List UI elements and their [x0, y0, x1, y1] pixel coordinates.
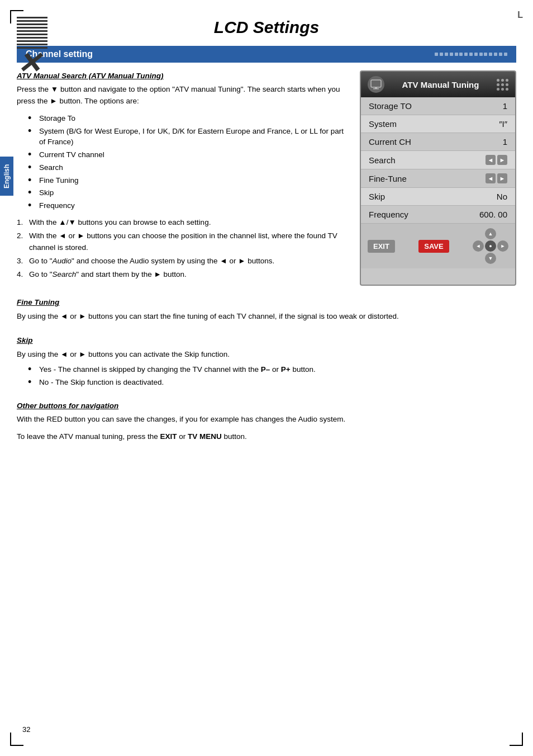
- fine-tuning-title: Fine Tuning: [17, 297, 516, 309]
- corner-mark-bl: [10, 733, 23, 746]
- nav-right-button[interactable]: ►: [497, 240, 508, 252]
- list-item: •Current TV channel: [28, 149, 349, 160]
- list-item: • Yes - The channel is skipped by changi…: [28, 364, 516, 375]
- panel-row-currentch: Current CH 1: [361, 133, 515, 151]
- text-section: ATV Manual Search (ATV Manual Tuning) Pr…: [17, 70, 349, 286]
- bullet-icon: •: [28, 175, 35, 186]
- bullet-icon: •: [28, 126, 35, 137]
- panel-header: ATV Manual Tuning: [361, 72, 515, 97]
- section-header: Channel setting: [17, 46, 516, 63]
- bullet-icon: •: [28, 364, 35, 375]
- numbered-list: 1. With the ▲/▼ buttons you can browse t…: [17, 217, 349, 280]
- list-item: •Skip: [28, 187, 349, 199]
- nav-up-button[interactable]: ▲: [485, 228, 496, 239]
- bullet-icon: •: [28, 187, 35, 199]
- panel-row-search: Search ◄ ►: [361, 151, 515, 169]
- corner-mark-br: [510, 733, 523, 746]
- panel-row-system: System ″I″: [361, 115, 515, 133]
- svg-rect-1: [375, 87, 377, 88]
- fine-tuning-section: Fine Tuning By using the ◄ or ► buttons …: [17, 297, 516, 323]
- panel-header-decoration: [497, 79, 508, 91]
- list-item: •Fine Tuning: [28, 175, 349, 186]
- ui-panel: ATV Manual Tuning Storage TO 1 System ″I…: [360, 70, 516, 286]
- save-button[interactable]: SAVE: [418, 240, 449, 253]
- finetune-left-arrow[interactable]: ◄: [486, 173, 496, 183]
- skip-title: Skip: [17, 335, 516, 347]
- list-item: 3. Go to "Audio" and choose the Audio sy…: [17, 256, 349, 267]
- panel-row-frequency: Frequency 600. 00: [361, 206, 515, 224]
- list-item: •Storage To: [28, 113, 349, 124]
- exit-button[interactable]: EXIT: [368, 240, 395, 253]
- corner-mark-tr: L: [517, 10, 523, 20]
- skip-section: Skip By using the ◄ or ► buttons you can…: [17, 335, 516, 388]
- panel-header-icon: [368, 76, 384, 93]
- svg-rect-0: [371, 80, 381, 87]
- list-item: •Search: [28, 162, 349, 173]
- search-right-arrow[interactable]: ►: [497, 155, 507, 165]
- panel-row-storage: Storage TO 1: [361, 97, 515, 115]
- intro-text: Press the ▼ button and navigate to the o…: [17, 84, 349, 107]
- bullet-icon: •: [28, 149, 35, 160]
- nav-center-button[interactable]: ●: [485, 240, 496, 252]
- skip-bullets: • Yes - The channel is skipped by changi…: [28, 364, 516, 388]
- page-title: LCD Settings: [0, 0, 533, 46]
- list-item: 4. Go to "Search" and start them by the …: [17, 269, 349, 280]
- panel-row-skip: Skip No: [361, 188, 515, 206]
- finetune-right-arrow[interactable]: ►: [497, 173, 507, 183]
- search-arrows: ◄ ►: [486, 155, 507, 165]
- subsection1-title: ATV Manual Search (ATV Manual Tuning): [17, 70, 349, 82]
- panel-footer: EXIT SAVE ▲ ◄ ● ► ▼: [361, 224, 515, 268]
- panel-header-title: ATV Manual Tuning: [402, 80, 479, 89]
- nav-left-button[interactable]: ◄: [473, 240, 484, 252]
- bullet-icon: •: [28, 162, 35, 173]
- list-item: •System (B/G for West Europe, I for UK, …: [28, 126, 349, 148]
- main-content: ATV Manual Search (ATV Manual Tuning) Pr…: [17, 63, 516, 286]
- bullet-icon: •: [28, 377, 35, 388]
- fine-tuning-text: By using the ◄ or ► buttons you can star…: [17, 311, 516, 323]
- logo-x: ✕: [17, 49, 50, 78]
- search-left-arrow[interactable]: ◄: [486, 155, 496, 165]
- other-buttons-title: Other buttons for navigation: [17, 400, 516, 412]
- other-buttons-section: Other buttons for navigation With the RE…: [17, 400, 516, 443]
- skip-no-text: No - The Skip function is deactivated.: [39, 377, 164, 388]
- left-decoration: ✕: [17, 17, 50, 78]
- nav-down-button[interactable]: ▼: [485, 253, 496, 264]
- lower-sections: Fine Tuning By using the ◄ or ► buttons …: [17, 297, 516, 443]
- list-item: •Frequency: [28, 200, 349, 211]
- other-buttons-text2: To leave the ATV manual tuning, press th…: [17, 431, 516, 443]
- panel-row-finetune: Fine-Tune ◄ ►: [361, 169, 515, 188]
- page-number: 32: [22, 725, 30, 734]
- nav-cluster: ▲ ◄ ● ► ▼: [473, 228, 508, 264]
- bullet-icon: •: [28, 113, 35, 124]
- language-tab: English: [0, 157, 13, 196]
- panel-rows: Storage TO 1 System ″I″ Current CH 1 Sea…: [361, 97, 515, 224]
- header-decoration: [435, 53, 507, 56]
- finetune-arrows: ◄ ►: [486, 173, 507, 183]
- skip-text: By using the ◄ or ► buttons you can acti…: [17, 349, 516, 361]
- list-item: 1. With the ▲/▼ buttons you can browse t…: [17, 217, 349, 228]
- svg-rect-2: [373, 88, 379, 89]
- list-item: 2. With the ◄ or ► buttons you can choos…: [17, 230, 349, 253]
- list-item: • No - The Skip function is deactivated.: [28, 377, 516, 388]
- bullet-icon: •: [28, 200, 35, 211]
- other-buttons-text1: With the RED button you can save the cha…: [17, 414, 516, 426]
- bullet-list: •Storage To •System (B/G for West Europe…: [28, 113, 349, 211]
